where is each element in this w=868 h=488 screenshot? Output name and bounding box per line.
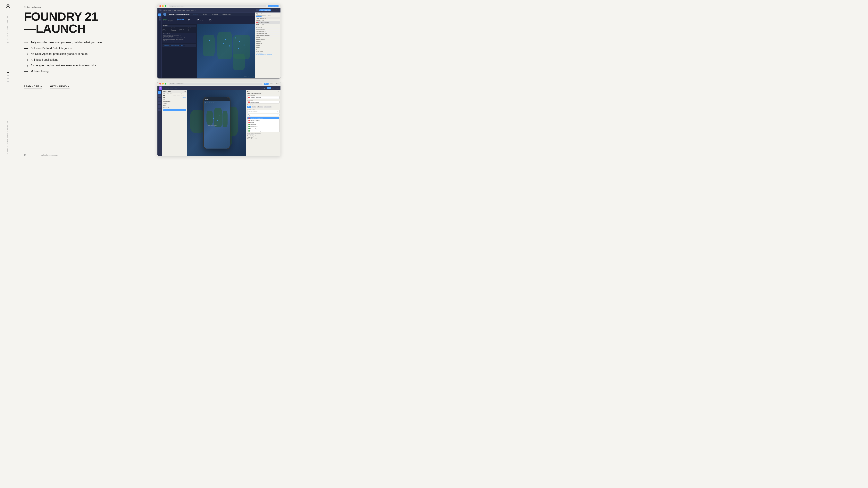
- config-collapse-btn[interactable]: ▶: [279, 91, 279, 92]
- nav-icon-layers[interactable]: [158, 98, 161, 101]
- property-item[interactable]: Order Id: [256, 44, 280, 46]
- nav-icon-home[interactable]: [158, 91, 161, 94]
- filter-tag[interactable]: Customer ✕: [163, 45, 169, 46]
- close-dot-2[interactable]: [159, 83, 161, 85]
- nav-dot-2[interactable]: [7, 78, 9, 79]
- add-layer-btn-2[interactable]: +: [185, 91, 186, 92]
- save-btn-toolbar[interactable]: Save: [267, 87, 272, 89]
- property-item[interactable]: Customer Id: [256, 27, 280, 29]
- property-item[interactable]: Distribution Center Id: [256, 31, 280, 33]
- nav-dot-active[interactable]: [7, 72, 9, 73]
- filter-tag[interactable]: Plants ✕: [180, 45, 185, 46]
- object-active-icon: [248, 97, 250, 98]
- property-item[interactable]: Unit Of Measure: [256, 50, 280, 52]
- save-publish-button[interactable]: Save and publish: [268, 5, 279, 7]
- sc-view-btn[interactable]: View ↓: [272, 9, 275, 11]
- sc-nav-icon[interactable]: [158, 13, 161, 16]
- display-tab[interactable]: Display: [267, 15, 270, 17]
- above-tab[interactable]: ▲ Above: [174, 93, 177, 96]
- property-item[interactable]: Quantity: [256, 46, 280, 48]
- property-item[interactable]: To Id: [256, 48, 280, 50]
- dropdown-item-provider-group[interactable]: Provider Group: [247, 126, 279, 128]
- sc-nav-btn-2[interactable]: [159, 19, 160, 21]
- sc-tab-material[interactable]: ▪ Material Orders: [221, 13, 232, 15]
- read-more-link[interactable]: READ MORE ↗: [24, 85, 42, 89]
- widget-setup-tab[interactable]: Widget setup: [256, 15, 261, 17]
- sc-save-btn[interactable]: Save and publish: [259, 9, 271, 11]
- standard-icons-toggle[interactable]: standard icons: [247, 133, 254, 134]
- sc-share-btn[interactable]: Share: [276, 9, 279, 11]
- filter-tag[interactable]: Distribution Center ✕: [170, 45, 180, 46]
- add-all-props-link[interactable]: Add all properties: Remove all propertie…: [256, 54, 280, 55]
- close-dot[interactable]: [159, 5, 161, 7]
- view-button-2[interactable]: View ↓: [271, 83, 274, 84]
- feature-text: No-Code Apps for production-grade AI in …: [31, 52, 88, 56]
- below-tab[interactable]: ▼ Below: [177, 93, 180, 96]
- property-search-input[interactable]: 🔍 provi ✕: [247, 113, 279, 116]
- map-layer-active[interactable]: Map 1: [163, 109, 186, 111]
- metadata-tab[interactable]: Metadata: [262, 15, 267, 17]
- components-label: COMPONENTS: [163, 101, 170, 102]
- ontology-icons-toggle[interactable]: ontology icons: [254, 133, 261, 134]
- property-item[interactable]: Dispatch Timestamp: [256, 29, 280, 31]
- choropleth-tab[interactable]: Choropleth: [257, 106, 263, 108]
- page-title: FOUNDRY 21 —LAUNCH: [24, 10, 150, 35]
- property-item[interactable]: Material Id: [256, 40, 280, 42]
- maximize-dot-2[interactable]: [165, 83, 166, 85]
- sc-nav-btn[interactable]: [159, 17, 160, 19]
- property-item[interactable]: From Id: [256, 36, 280, 38]
- nav-dot-1[interactable]: [7, 75, 9, 76]
- dropdown-item-pharma-payments[interactable]: Pharma - Payments: [247, 128, 279, 130]
- save-button-2[interactable]: Save: [264, 83, 269, 85]
- object-list-layer[interactable]: Object list 1: [163, 107, 186, 109]
- maximize-dot[interactable]: [165, 5, 166, 7]
- nav-dot-3[interactable]: [7, 81, 9, 82]
- add-column-btn[interactable]: + Add column...: [256, 53, 280, 54]
- add-layer-btn[interactable]: +: [184, 91, 185, 92]
- property-item[interactable]: Distribution Center Name: [256, 33, 280, 35]
- table-header: District of...: [171, 28, 179, 29]
- watch-demo-link[interactable]: WATCH DEMO ↗: [50, 85, 69, 89]
- dropdown-item-pharma-providers[interactable]: Pharma - Providers: [247, 119, 279, 121]
- minimize-dot-2[interactable]: [162, 83, 164, 85]
- dropdown-item-provider-metrics[interactable]: Provider Metrics Category: [247, 117, 279, 119]
- sc-tab-alerts[interactable]: ▲ Alerts: [202, 13, 208, 15]
- point-tab[interactable]: Point: [247, 106, 251, 108]
- sc-menu[interactable]: ☰: [159, 9, 161, 11]
- nav-icon-settings[interactable]: [158, 108, 161, 111]
- page-tab[interactable]: MAP: [163, 93, 165, 96]
- view-btn-toolbar[interactable]: View ↓: [272, 88, 275, 89]
- split-tab[interactable]: Split section ↓: [182, 93, 186, 96]
- cluster-tab[interactable]: Cluster: [252, 106, 256, 108]
- body-layer[interactable]: Body: [163, 105, 186, 106]
- sc-tab-planning[interactable]: ◆ Planning: [211, 13, 219, 15]
- arrow-icon: ⟶: [24, 41, 28, 44]
- property-item[interactable]: Material Description: [256, 38, 280, 40]
- clear-search-icon[interactable]: ✕: [277, 114, 279, 116]
- geohash-input[interactable]: Select an object type... ▼: [247, 110, 279, 113]
- minimize-dot[interactable]: [162, 5, 164, 7]
- nav-icon-pages[interactable]: [158, 95, 161, 97]
- sc-action-btn[interactable]: [256, 9, 258, 11]
- nav-icon-data[interactable]: [158, 101, 161, 104]
- data-layer-config-title: Data Layer Configuration 1: [247, 93, 279, 94]
- share-button-2[interactable]: Share: [276, 83, 279, 84]
- settings-btn[interactable]: Settings ↓: [261, 88, 266, 89]
- sc-tab-metrics[interactable]: ● Metrics: [192, 13, 199, 15]
- feature-text: Mobile offering: [31, 69, 49, 73]
- header-layer[interactable]: Header: [163, 102, 186, 104]
- dropdown-item-interactions[interactable]: Interactions: [247, 123, 279, 126]
- line-segment-tab[interactable]: Line Segment: [264, 106, 272, 108]
- dropdown-item-provider[interactable]: Provider: [247, 121, 279, 123]
- add-tab[interactable]: ADD: [170, 93, 173, 96]
- dropdown-item-provider-group-yearly[interactable]: Provider Group Yearly Metrics: [247, 130, 279, 132]
- sc-toolbar-title: Supply Chain ...: [163, 9, 173, 11]
- share-btn-toolbar[interactable]: Share: [276, 88, 279, 89]
- object-set-item[interactable]: Object list 1 (New set): [256, 18, 280, 19]
- property-item[interactable]: Material Type: [256, 42, 280, 44]
- nav-icon-search[interactable]: [158, 105, 161, 108]
- property-item[interactable]: Estimated Delivery Timestamp: [256, 35, 280, 36]
- detail-row: Dispatch Timestamp: Mar 13, 2020 8:30 PM: [163, 35, 195, 36]
- move-tab[interactable]: MOVE: [166, 93, 169, 96]
- sc-app-icon: [163, 13, 166, 16]
